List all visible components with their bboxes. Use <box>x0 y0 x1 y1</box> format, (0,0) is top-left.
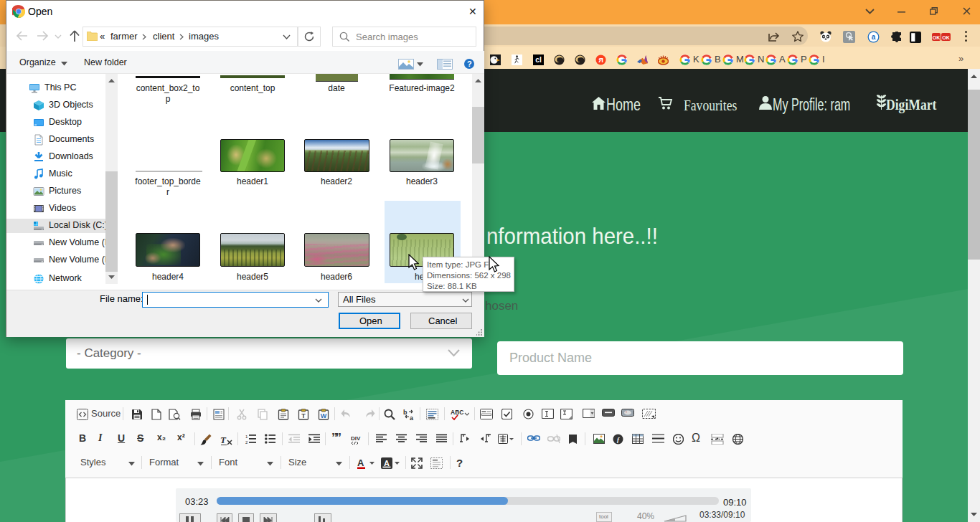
svg-text:DIV: DIV <box>351 435 361 442</box>
svg-text:ABC: ABC <box>451 409 463 416</box>
svg-text:a: a <box>410 414 414 420</box>
svg-text:OK: OK <box>942 35 950 40</box>
svg-text:cl: cl <box>535 56 542 64</box>
svg-text:A: A <box>384 459 390 468</box>
svg-text:W: W <box>321 412 327 419</box>
svg-text:R: R <box>598 57 603 64</box>
svg-text:b: b <box>403 409 407 416</box>
svg-text:T: T <box>301 412 306 419</box>
svg-text:a: a <box>872 33 876 41</box>
svg-text:T: T <box>220 435 227 445</box>
svg-text:OK: OK <box>933 35 941 40</box>
svg-text:A: A <box>357 457 364 468</box>
svg-text:1: 1 <box>245 435 248 439</box>
svg-text:2: 2 <box>245 440 248 444</box>
